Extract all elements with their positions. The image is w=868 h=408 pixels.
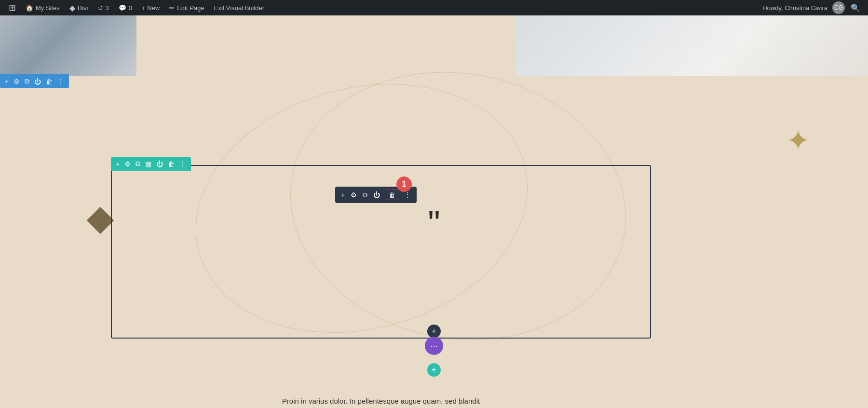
more-module-button[interactable]: ⋮ [404,191,411,199]
more-section-button[interactable]: ⋮ [179,160,186,168]
power-row-button[interactable]: ⏻ [34,78,41,85]
row-toolbar-top: + ⚙ ⧉ ⏻ 🗑 ⋮ [0,74,69,88]
revisions-menu[interactable]: ↺ 3 [93,0,114,15]
prev-arrow[interactable]: ‹ [237,402,242,408]
edit-page-label: Edit Page [177,4,204,12]
column-section-button[interactable]: ▦ [145,160,151,168]
my-sites-menu[interactable]: 🏠 My Sites [21,0,65,15]
divi-icon: ◆ [69,3,75,13]
add-section-button[interactable]: + [116,160,120,168]
revisions-icon: ↺ [98,4,103,12]
howdy-text: Howdy, Christina Gwira [762,4,827,12]
duplicate-row-button[interactable]: ⧉ [25,77,29,85]
float-add-top-button[interactable]: + [427,325,441,338]
float-menu-button[interactable]: ··· [425,337,443,355]
badge-number-text: 1 [402,180,407,189]
add-row-button[interactable]: + [5,78,9,85]
comments-menu[interactable]: 💬 0 [114,0,137,15]
settings-section-button[interactable]: ⚙ [124,160,131,168]
edit-icon: ✏ [169,4,175,12]
settings-module-button[interactable]: ⚙ [351,191,357,199]
admin-bar-right: Howdy, Christina Gwira CG 🔍 [762,1,864,14]
divi-menu[interactable]: ◆ Divi [65,0,93,15]
new-label: + New [142,4,160,12]
comments-count: 0 [129,4,132,12]
top-image-left [0,15,136,76]
power-module-button[interactable]: ⏻ [373,191,380,199]
float-add-bottom-button[interactable]: + [427,363,441,377]
delete-row-button[interactable]: 🗑 [46,78,53,85]
quote-mark: " [0,206,868,241]
star-decoration: ✦ [786,126,810,155]
my-sites-icon: 🏠 [26,4,33,12]
search-icon[interactable]: 🔍 [847,3,864,13]
delete-section-button[interactable]: 🗑 [168,160,175,168]
my-sites-label: My Sites [36,4,60,12]
edit-page-button[interactable]: ✏ Edit Page [164,0,209,15]
row-toolbar-teal: + ⚙ ⧉ ▦ ⏻ 🗑 ⋮ [111,157,191,171]
quote-text-content: Proin in varius dolor. In pellentesque a… [282,397,480,408]
power-section-button[interactable]: ⏻ [156,160,163,168]
exit-visual-builder-button[interactable]: Exit Visual Builder [209,0,270,15]
page-content: + ⚙ ⧉ ⏻ 🗑 ⋮ ✦ + ⚙ ⧉ ▦ ⏻ 🗑 ⋮ ‹ › Proin in… [0,15,868,408]
admin-bar: ⊞ 🏠 My Sites ◆ Divi ↺ 3 💬 0 + New ✏ Edit… [0,0,868,15]
add-module-button[interactable]: + [341,191,345,199]
exit-visual-builder-label: Exit Visual Builder [214,4,265,12]
top-image-right [516,15,868,76]
wordpress-logo[interactable]: ⊞ [4,0,21,15]
prev-arrow-icon: ‹ [237,402,242,408]
wordpress-icon: ⊞ [9,2,16,13]
revisions-count: 3 [106,4,109,12]
comments-icon: 💬 [119,4,126,12]
quote-text: Proin in varius dolor. In pellentesque a… [281,395,481,408]
new-menu[interactable]: + New [137,0,164,15]
more-row-button[interactable]: ⋮ [57,78,64,85]
module-badge: 1 [396,177,412,192]
duplicate-module-button[interactable]: ⧉ [363,191,367,199]
user-avatar[interactable]: CG [832,1,845,14]
divi-label: Divi [78,4,88,12]
delete-module-button[interactable]: 🗑 [386,190,398,200]
settings-row-button[interactable]: ⚙ [14,78,20,85]
duplicate-section-button[interactable]: ⧉ [136,160,140,168]
